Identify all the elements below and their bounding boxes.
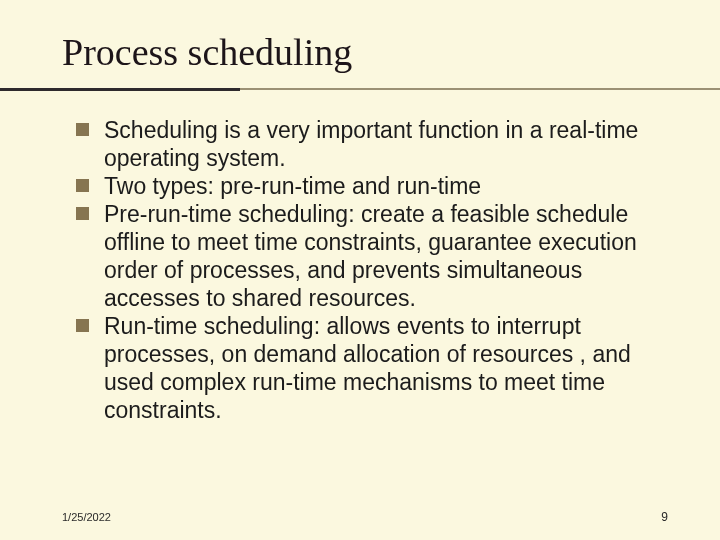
footer-date: 1/25/2022 [62,511,111,523]
title-area: Process scheduling [0,0,720,82]
title-rule [0,88,720,94]
bullet-item: Scheduling is a very important function … [76,116,670,172]
bullet-list: Scheduling is a very important function … [76,116,670,425]
footer: 1/25/2022 9 [0,510,720,524]
slide-title: Process scheduling [62,30,720,74]
bullet-item: Pre-run-time scheduling: create a feasib… [76,200,670,312]
page-number: 9 [661,510,668,524]
body-area: Scheduling is a very important function … [0,94,720,425]
slide: Process scheduling Scheduling is a very … [0,0,720,540]
bullet-item: Run-time scheduling: allows events to in… [76,312,670,424]
rule-accent [0,88,240,91]
bullet-item: Two types: pre-run-time and run-time [76,172,670,200]
